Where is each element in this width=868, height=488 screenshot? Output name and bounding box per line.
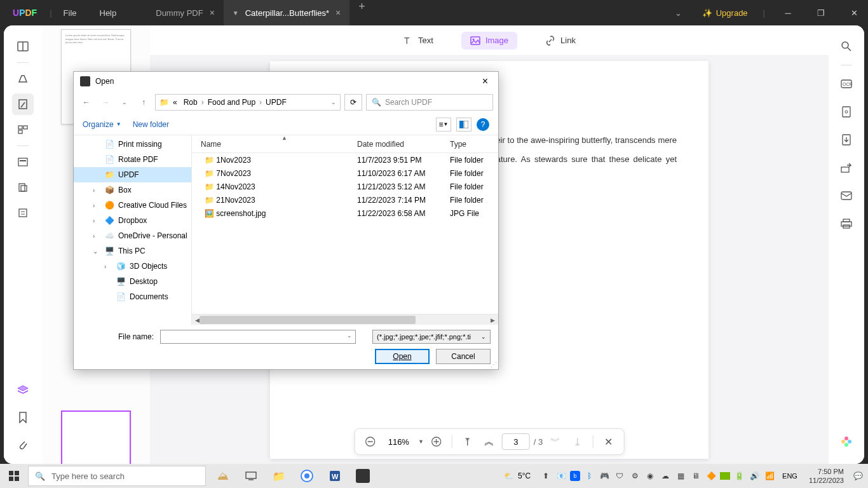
- redact-tool-icon[interactable]: [12, 151, 34, 173]
- tray-app-icon[interactable]: 🛡: [613, 470, 626, 482]
- page-number-input[interactable]: [502, 433, 530, 450]
- onedrive-icon[interactable]: ☁: [659, 470, 672, 482]
- tree-item[interactable]: 📄Print missing: [74, 137, 191, 152]
- maximize-button[interactable]: ❐: [807, 0, 835, 25]
- link-button[interactable]: Link: [536, 32, 585, 50]
- chevron-down-icon[interactable]: ⌄: [347, 332, 352, 339]
- last-page-button[interactable]: ⤓: [568, 433, 586, 451]
- breadcrumb[interactable]: «: [170, 98, 180, 107]
- word-icon[interactable]: W: [322, 464, 348, 488]
- back-button[interactable]: ←: [79, 95, 94, 110]
- ai-icon[interactable]: [837, 432, 856, 451]
- file-row[interactable]: 📁 21Nov202311/22/2023 7:14 PMFile folder: [192, 193, 498, 207]
- recent-dropdown[interactable]: ⌄: [117, 95, 132, 110]
- tray-app-icon[interactable]: 🖥: [689, 470, 702, 482]
- col-name[interactable]: Name▲: [192, 140, 357, 149]
- add-tab-button[interactable]: +: [349, 0, 374, 25]
- tray-app-icon[interactable]: 🔶: [705, 470, 717, 482]
- first-page-button[interactable]: ⤒: [459, 433, 477, 451]
- tray-app-icon[interactable]: 📧: [555, 470, 567, 482]
- notifications-icon[interactable]: 💬: [851, 470, 864, 482]
- file-row[interactable]: 🖼️ screenshot.jpg11/22/2023 6:58 AMJPG F…: [192, 207, 498, 220]
- organize-tool-icon[interactable]: [12, 119, 34, 140]
- protect-icon[interactable]: [837, 102, 856, 121]
- email-icon[interactable]: [837, 186, 856, 205]
- tray-app-icon[interactable]: ◉: [644, 470, 656, 482]
- chevron-down-icon[interactable]: ▼: [233, 10, 239, 17]
- tree-item[interactable]: ›🟠Creative Cloud Files: [74, 198, 191, 213]
- menu-help[interactable]: Help: [88, 8, 128, 18]
- filename-input[interactable]: [160, 330, 356, 344]
- clock[interactable]: 7:50 PM 11/22/2023: [804, 467, 849, 485]
- breadcrumb[interactable]: Rob: [181, 98, 200, 107]
- taskbar-search[interactable]: 🔍 Type here to search: [28, 466, 206, 486]
- bluetooth-icon[interactable]: ᛒ: [583, 470, 595, 482]
- tree-item[interactable]: ›🔷Dropbox: [74, 213, 191, 228]
- col-type[interactable]: Type: [450, 140, 498, 149]
- chevron-down-icon[interactable]: ▼: [418, 438, 424, 445]
- search-icon[interactable]: [837, 37, 856, 56]
- nvidia-icon[interactable]: [720, 472, 730, 480]
- resize-grip[interactable]: ⋰: [491, 361, 497, 368]
- tab-dummy[interactable]: Dummy PDF ×: [147, 0, 224, 25]
- wifi-icon[interactable]: 📶: [763, 470, 776, 482]
- language-indicator[interactable]: ENG: [778, 472, 801, 480]
- bookmark-icon[interactable]: [12, 407, 34, 428]
- tree-item[interactable]: ›🧊3D Objects: [74, 259, 191, 274]
- print-icon[interactable]: [837, 214, 856, 233]
- file-row[interactable]: 📁 14Nov202311/21/2023 5:12 AMFile folder: [192, 180, 498, 193]
- form-tool-icon[interactable]: [12, 202, 34, 224]
- image-button[interactable]: Image: [461, 32, 517, 50]
- zoom-out-button[interactable]: [362, 433, 379, 451]
- reader-tool-icon[interactable]: [12, 36, 34, 57]
- tree-item[interactable]: ⌄🖥️This PC: [74, 243, 191, 259]
- tray-app-icon[interactable]: ⬆: [539, 470, 552, 482]
- weather-icon[interactable]: ⛅: [503, 470, 515, 482]
- close-icon[interactable]: ×: [336, 8, 341, 18]
- tree-item[interactable]: 📄Rotate PDF: [74, 152, 191, 167]
- chevron-down-icon[interactable]: ⌄: [666, 8, 691, 18]
- open-button[interactable]: Open: [375, 349, 430, 364]
- cancel-button[interactable]: Cancel: [436, 349, 491, 364]
- new-folder-button[interactable]: New folder: [133, 120, 169, 129]
- tab-caterpillar[interactable]: ▼ Caterpillar...Butterflies* ×: [224, 0, 349, 25]
- chevron-down-icon[interactable]: ⌄: [331, 99, 336, 105]
- breadcrumb[interactable]: Food and Pup: [205, 98, 258, 107]
- page-thumbnail[interactable]: [61, 410, 131, 464]
- next-page-button[interactable]: ︾: [546, 433, 564, 451]
- share-icon[interactable]: [837, 158, 856, 177]
- forward-button[interactable]: →: [98, 95, 113, 110]
- text-button[interactable]: T Text: [394, 32, 442, 50]
- weather-temp[interactable]: 5°C: [518, 471, 531, 480]
- help-icon[interactable]: ?: [477, 118, 489, 131]
- tree-item[interactable]: 🖥️Desktop: [74, 274, 191, 289]
- tree-item[interactable]: ›📦Box: [74, 182, 191, 198]
- close-button[interactable]: ✕: [840, 0, 868, 25]
- horizontal-scrollbar[interactable]: ◀ ▶: [192, 314, 498, 325]
- minimize-button[interactable]: ─: [774, 0, 802, 25]
- start-button[interactable]: [0, 464, 28, 488]
- refresh-button[interactable]: ⟳: [344, 94, 362, 111]
- attachment-icon[interactable]: [12, 433, 34, 455]
- tray-app-icon[interactable]: ▦: [674, 470, 687, 482]
- file-row[interactable]: 📁 7Nov202311/10/2023 6:17 AMFile folder: [192, 166, 498, 180]
- preview-button[interactable]: [456, 118, 471, 132]
- breadcrumb[interactable]: UPDF: [263, 98, 289, 107]
- ocr-icon[interactable]: OCR: [837, 74, 856, 93]
- tray-app-icon[interactable]: ⚙: [628, 470, 641, 482]
- tray-app-icon[interactable]: b: [570, 471, 580, 481]
- cortana-icon[interactable]: ⛰: [210, 464, 236, 488]
- file-row[interactable]: 📁 1Nov202311/7/2023 9:51 PMFile folder: [192, 153, 498, 166]
- highlight-tool-icon[interactable]: [12, 68, 34, 90]
- layers-icon[interactable]: [12, 380, 34, 402]
- tree-item[interactable]: 📄Documents: [74, 289, 191, 304]
- organize-button[interactable]: Organize ▼: [83, 120, 121, 129]
- updf-taskbar-icon[interactable]: [349, 464, 376, 488]
- up-button[interactable]: ↑: [136, 95, 151, 110]
- zoom-in-button[interactable]: [428, 433, 445, 451]
- edit-tool-icon[interactable]: [12, 93, 34, 115]
- chrome-icon[interactable]: [294, 464, 320, 488]
- tray-app-icon[interactable]: 🎮: [598, 470, 611, 482]
- col-date[interactable]: Date modified: [357, 140, 450, 149]
- volume-icon[interactable]: 🔊: [748, 470, 761, 482]
